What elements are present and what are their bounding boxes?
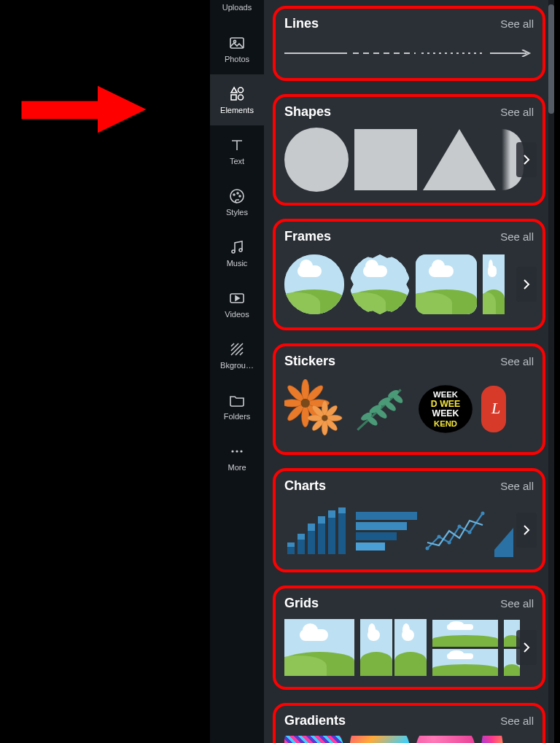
line-solid[interactable]: [284, 52, 347, 54]
folder-icon: [228, 392, 246, 409]
shape-triangle[interactable]: [423, 129, 496, 190]
see-all-link[interactable]: See all: [500, 230, 534, 243]
gradient-blob-rainbow[interactable]: [350, 736, 410, 743]
svg-point-69: [448, 541, 451, 545]
next-button[interactable]: [516, 513, 537, 548]
next-button[interactable]: [516, 267, 537, 302]
svg-point-16: [240, 450, 242, 452]
sticker-weekend-text[interactable]: WEEK D WEE WEEK KEND: [416, 379, 475, 439]
category-stickers: Stickers See all: [273, 343, 545, 455]
category-title: Shapes: [284, 104, 331, 120]
svg-text:L: L: [491, 399, 500, 417]
chart-bar[interactable]: [284, 503, 349, 557]
category-frames: Frames See all: [273, 219, 545, 330]
svg-point-68: [438, 535, 441, 539]
see-all-link[interactable]: See all: [500, 597, 534, 610]
frame-rounded-square[interactable]: [416, 254, 477, 314]
line-dashed[interactable]: [353, 52, 416, 54]
chart-horizontal-bar[interactable]: [354, 503, 419, 557]
sidebar-item-more[interactable]: More: [210, 432, 264, 483]
shapes-icon: [228, 85, 246, 103]
sticker-red-badge[interactable]: L: [481, 379, 506, 439]
see-all-link[interactable]: See all: [500, 715, 534, 727]
svg-point-15: [236, 450, 238, 452]
svg-rect-57: [318, 524, 325, 554]
see-all-link[interactable]: See all: [500, 355, 534, 367]
svg-point-6: [238, 95, 244, 100]
line-dotted[interactable]: [421, 52, 484, 54]
sticker-leaf-branch[interactable]: [350, 379, 410, 439]
sidebar-item-elements[interactable]: Elements: [210, 74, 264, 125]
sidebar-label: Photos: [225, 55, 249, 63]
sticker-flower[interactable]: [284, 379, 344, 439]
shape-circle[interactable]: [284, 128, 349, 192]
svg-rect-53: [298, 540, 305, 554]
sidebar-label: More: [228, 463, 246, 472]
chart-line[interactable]: [424, 503, 489, 557]
svg-rect-52: [287, 542, 295, 547]
category-grids: Grids See all: [273, 586, 545, 690]
sidebar-item-uploads[interactable]: Uploads: [210, 3, 264, 23]
svg-rect-62: [338, 507, 346, 513]
sidebar-item-text[interactable]: Text: [210, 125, 264, 176]
see-all-link[interactable]: See all: [500, 17, 534, 30]
svg-point-8: [233, 194, 235, 195]
category-title: Grids: [284, 596, 319, 611]
next-button[interactable]: [516, 142, 537, 177]
svg-point-10: [239, 195, 241, 197]
sidebar-item-background[interactable]: Bkgrou…: [210, 330, 264, 381]
svg-marker-1: [98, 86, 147, 133]
grid-two-row[interactable]: [432, 620, 498, 676]
text-icon: [228, 136, 246, 154]
sidebar-item-videos[interactable]: Videos: [210, 279, 264, 330]
next-button[interactable]: [516, 630, 537, 665]
sidebar-label: Music: [227, 259, 248, 268]
category-shapes: Shapes See all: [273, 94, 545, 206]
svg-point-9: [237, 192, 238, 194]
sidebar-item-folders[interactable]: Folders: [210, 381, 264, 432]
music-icon: [228, 238, 246, 256]
svg-rect-59: [328, 518, 335, 554]
sidebar-item-styles[interactable]: Styles: [210, 176, 264, 227]
svg-rect-56: [308, 524, 315, 531]
gradient-ring[interactable]: [481, 736, 503, 743]
sidebar-label: Bkgrou…: [220, 361, 254, 370]
svg-point-14: [231, 450, 233, 452]
scrollbar-thumb[interactable]: [548, 4, 554, 114]
gradient-blob-stripes[interactable]: [284, 736, 344, 743]
tool-sidebar: Uploads Photos Elements Text Styles: [210, 0, 264, 743]
category-title: Gradients: [284, 713, 346, 728]
category-title: Stickers: [284, 354, 335, 369]
elements-panel: Lines See all Shapes See all: [264, 0, 554, 743]
svg-rect-55: [308, 531, 315, 554]
shape-square[interactable]: [354, 129, 417, 190]
svg-rect-60: [328, 510, 335, 518]
chart-partial[interactable]: [494, 503, 513, 557]
svg-point-12: [239, 249, 242, 252]
gradient-circle-pink[interactable]: [416, 736, 475, 743]
frame-circle[interactable]: [284, 254, 344, 314]
svg-point-71: [468, 531, 472, 534]
sidebar-label: Elements: [220, 106, 254, 114]
sidebar-item-music[interactable]: Music: [210, 227, 264, 279]
svg-point-72: [481, 512, 485, 516]
grid-single[interactable]: [284, 619, 354, 676]
frame-scalloped[interactable]: [350, 254, 410, 314]
dots-icon: [228, 443, 246, 460]
video-icon: [228, 289, 246, 307]
annotation-arrow: [15, 80, 153, 139]
sidebar-label: Uploads: [222, 3, 252, 12]
svg-rect-51: [287, 547, 295, 554]
frame-partial[interactable]: [483, 254, 505, 314]
line-arrow[interactable]: [490, 50, 534, 57]
grid-two-col[interactable]: [360, 619, 427, 676]
scrollbar-track[interactable]: [548, 0, 554, 743]
hatch-icon: [228, 341, 246, 358]
svg-rect-58: [318, 516, 325, 524]
see-all-link[interactable]: See all: [500, 106, 534, 118]
sidebar-item-photos[interactable]: Photos: [210, 23, 264, 74]
palette-icon: [228, 187, 246, 205]
sidebar-label: Text: [230, 157, 244, 166]
svg-rect-5: [231, 95, 236, 100]
see-all-link[interactable]: See all: [500, 480, 534, 492]
